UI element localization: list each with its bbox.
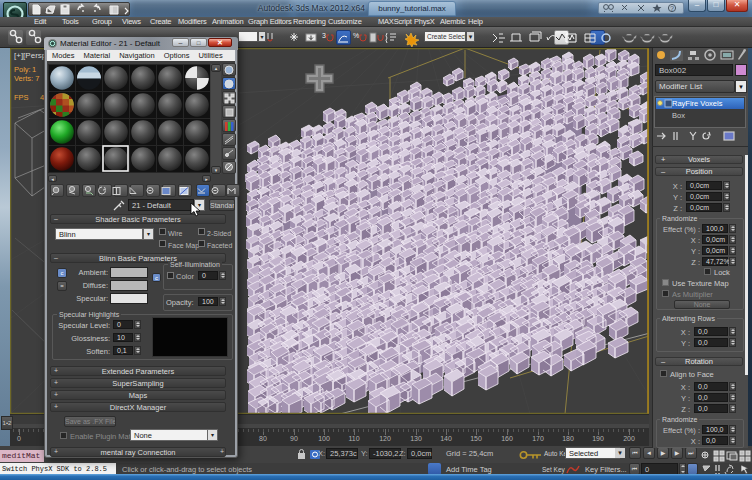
svg-text:Verts: 7: Verts: 7 bbox=[14, 74, 39, 83]
svg-text:1: 1 bbox=[32, 65, 36, 74]
svg-text:3: 3 bbox=[322, 32, 326, 39]
svg-text:?: ? bbox=[670, 5, 674, 12]
svg-text:Poly:: Poly: bbox=[14, 65, 31, 74]
svg-text:%: % bbox=[353, 32, 359, 39]
svg-text:[+][Persp: [+][Persp bbox=[14, 51, 47, 60]
svg-text:FPS: FPS bbox=[14, 93, 29, 102]
